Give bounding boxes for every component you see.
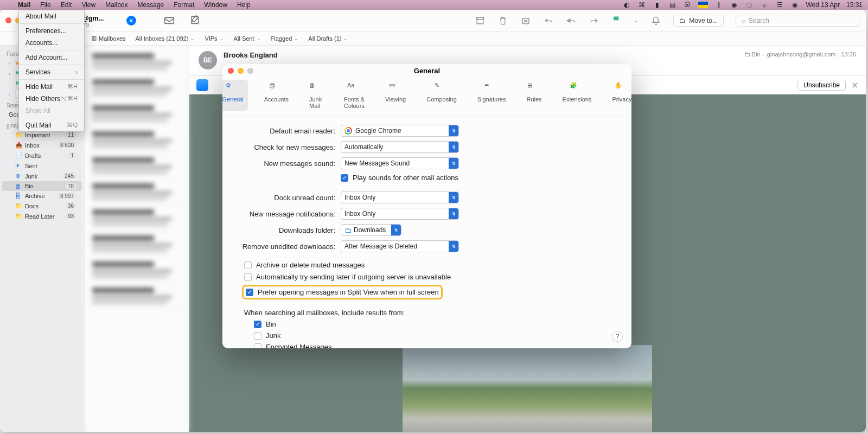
mute-icon[interactable] <box>650 15 661 26</box>
sidebar-item-archive[interactable]: 🗄Archive8 997 <box>2 191 82 201</box>
system-menubar: Mail File Edit View Mailbox Message Form… <box>0 0 868 10</box>
status-icon[interactable]: ⌘ <box>637 1 646 9</box>
select-new-sound[interactable]: New Messages Sound⇅ <box>341 157 459 169</box>
select-remove-downloads[interactable]: After Message is Deleted⇅ <box>341 240 459 252</box>
reply-all-icon[interactable] <box>566 15 577 26</box>
checkbox-play-sounds[interactable]: ✓ <box>341 174 348 182</box>
status-icon[interactable]: ▤ <box>668 1 676 9</box>
fav-all-inboxes[interactable]: All Inboxes (21 092) ⌄ <box>136 35 195 42</box>
sidebar-item-bin[interactable]: 🗑Bin78 <box>2 181 82 191</box>
sidebar-item-junk[interactable]: ⊗Junk245 <box>2 171 82 181</box>
mailbox-tag: 🗀 Bin – ginajohnsong@gmail.com <box>744 51 836 58</box>
filter-active-indicator[interactable]: ≡ <box>126 16 136 25</box>
user-icon[interactable]: ◌ <box>745 1 754 9</box>
menu-view[interactable]: View <box>76 1 100 9</box>
search-icon: ⌕ <box>742 17 745 24</box>
search-input[interactable]: ⌕ Search <box>736 15 860 27</box>
tab-composing[interactable]: ✎Composing <box>422 80 461 111</box>
pref-close-button[interactable] <box>228 68 234 74</box>
menu-message[interactable]: Message <box>133 1 169 9</box>
menu-services[interactable]: Services <box>19 66 84 78</box>
tab-rules[interactable]: ⊞Rules <box>522 80 546 111</box>
sidebar-item-drafts[interactable]: 📄Drafts1 <box>2 150 82 161</box>
menubar-date[interactable]: Wed 13 Apr <box>806 1 839 9</box>
checkbox-archive-muted[interactable] <box>244 261 252 269</box>
sidebar-item-sent[interactable]: ✈Sent <box>2 161 82 171</box>
flag-icon[interactable] <box>698 2 708 8</box>
checkbox-search-junk[interactable] <box>254 332 261 340</box>
checkbox-split-view[interactable]: ✓ <box>246 289 253 296</box>
menu-mailbox[interactable]: Mailbox <box>100 1 132 9</box>
select-default-reader[interactable]: Google Chrome⇅ <box>341 125 459 137</box>
status-icon[interactable]: ◐ <box>622 1 631 9</box>
tab-extensions[interactable]: 🧩Extensions <box>558 80 596 111</box>
status-icon[interactable]: ▮ <box>653 1 661 9</box>
fav-vips[interactable]: VIPs ⌄ <box>205 35 224 42</box>
select-notifications[interactable]: Inbox Only⇅ <box>341 208 459 220</box>
fav-all-drafts[interactable]: All Drafts (1) ⌄ <box>308 35 348 42</box>
trash-icon[interactable] <box>497 15 508 26</box>
message-list[interactable] <box>85 46 189 432</box>
menu-edit[interactable]: Edit <box>56 1 77 9</box>
unsubscribe-button[interactable]: Unsubscribe <box>797 80 846 91</box>
menu-hide-others[interactable]: Hide Others⌥⌘H <box>19 93 84 105</box>
svg-rect-0 <box>165 17 174 23</box>
menu-help[interactable]: Help <box>232 1 256 9</box>
close-banner-icon[interactable]: ✕ <box>851 80 858 91</box>
chrome-icon <box>344 127 352 135</box>
label-search-bin: Bin <box>266 320 276 328</box>
tab-privacy[interactable]: ✋Privacy <box>608 80 631 111</box>
menu-window[interactable]: Window <box>199 1 232 9</box>
move-to-button[interactable]: 🗀 Move to... <box>673 15 724 27</box>
tab-junk-mail[interactable]: 🗑Junk Mail <box>305 80 328 111</box>
pref-minimize-button[interactable] <box>238 68 244 74</box>
control-center-icon[interactable]: ☰ <box>775 1 784 9</box>
tab-accounts[interactable]: @Accounts <box>260 80 293 111</box>
junk-icon[interactable] <box>520 15 531 26</box>
fav-all-sent[interactable]: All Sent ⌄ <box>234 35 261 42</box>
wifi-icon[interactable]: ◉ <box>730 1 738 9</box>
new-message-icon[interactable] <box>163 15 175 27</box>
sidebar-item-read-later[interactable]: 📁Read Later93 <box>2 211 82 221</box>
select-check-new[interactable]: Automatically⇅ <box>341 141 459 153</box>
flag-menu-chevron[interactable]: ⌄ <box>634 18 639 23</box>
checkbox-search-bin[interactable]: ✓ <box>254 321 261 328</box>
sidebar-item-docs[interactable]: 📁Docs36 <box>2 201 82 211</box>
select-dock-unread[interactable]: Inbox Only⇅ <box>341 192 459 203</box>
tab-general[interactable]: ⚙General <box>222 80 248 111</box>
menu-about-mail[interactable]: About Mail <box>19 10 84 22</box>
menu-format[interactable]: Format <box>169 1 199 9</box>
help-button[interactable]: ? <box>612 331 623 342</box>
fav-flagged[interactable]: Flagged ⌄ <box>271 35 299 42</box>
sender-name: Brooks England <box>224 51 278 59</box>
menubar-time[interactable]: 15:31 <box>846 1 863 9</box>
flag-icon[interactable] <box>611 15 622 26</box>
bluetooth-icon[interactable]: ᛒ <box>714 1 723 9</box>
checkbox-auto-send[interactable] <box>244 273 252 281</box>
label-search-encrypted: Encrypted Messages <box>266 343 331 348</box>
menu-accounts[interactable]: Accounts... <box>19 37 84 49</box>
tab-fonts-colours[interactable]: AaFonts & Colours <box>340 80 369 111</box>
spotlight-icon[interactable]: ⌕ <box>760 1 769 9</box>
reply-icon[interactable] <box>543 15 554 26</box>
menu-quit-mail[interactable]: Quit Mail⌘Q <box>19 119 84 131</box>
checkbox-search-encrypted[interactable] <box>254 343 261 349</box>
mailboxes-toggle[interactable]: ▥ Mailboxes <box>91 35 126 42</box>
tab-viewing[interactable]: 👓Viewing <box>381 80 410 111</box>
menu-preferences[interactable]: Preferences... <box>19 25 84 37</box>
archive-icon[interactable] <box>475 15 486 26</box>
mail-app-menu-dropdown: About Mail Preferences... Accounts... Ad… <box>18 10 85 132</box>
status-icon[interactable]: ⦿ <box>683 1 692 9</box>
window-toolbar: Bin – ginajohnsong@gm... Filter by: Unre… <box>0 10 866 31</box>
menu-add-account[interactable]: Add Account... <box>19 52 84 63</box>
siri-icon[interactable]: ◉ <box>790 1 799 9</box>
close-window-button[interactable] <box>5 17 11 23</box>
forward-icon[interactable] <box>589 15 599 26</box>
compose-icon[interactable] <box>189 15 201 27</box>
select-downloads-folder[interactable]: 🗀Downloads⇅ <box>341 224 401 236</box>
menu-hide-mail[interactable]: Hide Mail⌘H <box>19 81 84 93</box>
app-menu[interactable]: Mail <box>13 1 35 9</box>
menu-file[interactable]: File <box>35 1 55 9</box>
tab-signatures[interactable]: ✒Signatures <box>473 80 510 111</box>
sidebar-item-inbox[interactable]: 📥Inbox8 600 <box>2 140 82 150</box>
